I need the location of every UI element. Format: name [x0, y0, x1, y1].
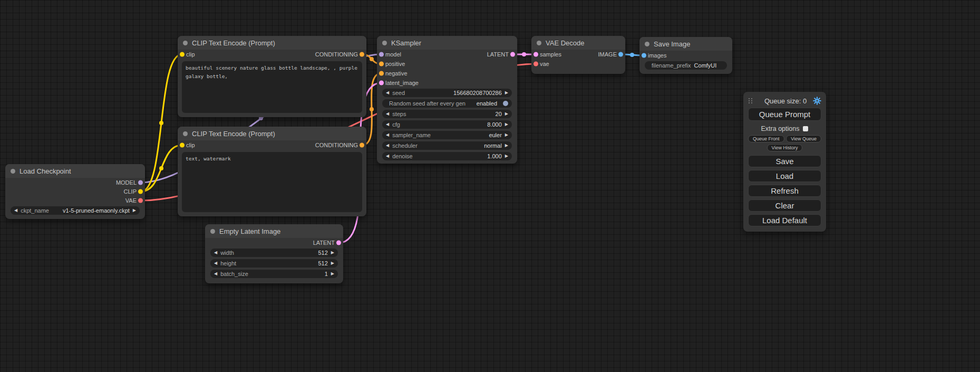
decrement-arrow-icon[interactable]: ◀ — [214, 261, 217, 265]
widget-value: 1.000 — [416, 153, 502, 159]
widget-filename-prefix[interactable]: filename_prefix ComfyUI — [645, 61, 727, 70]
model-input-socket[interactable] — [379, 52, 384, 57]
extra-options-checkbox[interactable] — [803, 126, 808, 131]
latent-output-socket[interactable] — [336, 241, 341, 245]
node-ksampler[interactable]: KSampler model LATENT positive negative … — [377, 36, 517, 164]
node-titlebar[interactable]: Empty Latent Image — [205, 224, 343, 238]
decrement-arrow-icon[interactable]: ◀ — [214, 272, 217, 276]
collapse-dot-icon[interactable] — [11, 169, 15, 174]
decrement-arrow-icon[interactable]: ◀ — [214, 251, 217, 255]
clear-button[interactable]: Clear — [748, 199, 821, 212]
queue-front-button[interactable]: Queue Front — [748, 135, 784, 142]
settings-gear-icon[interactable] — [813, 97, 821, 105]
node-titlebar[interactable]: Save Image — [639, 37, 732, 51]
toggle-knob[interactable] — [503, 101, 508, 106]
increment-arrow-icon[interactable]: ▶ — [505, 112, 508, 116]
queue-size-label: Queue size: 0 — [758, 97, 813, 105]
increment-arrow-icon[interactable]: ▶ — [505, 122, 508, 127]
increment-arrow-icon[interactable]: ▶ — [133, 208, 136, 213]
queue-prompt-button[interactable]: Queue Prompt — [748, 108, 821, 121]
widget-value: 512 — [237, 250, 328, 256]
widget-seed[interactable]: ◀ seed 156680208700286 ▶ — [382, 89, 512, 97]
node-clip-text-encode-negative[interactable]: CLIP Text Encode (Prompt) clip CONDITION… — [178, 127, 366, 216]
increment-arrow-icon[interactable]: ▶ — [505, 154, 508, 158]
input-row-positive: positive — [377, 59, 517, 69]
widget-label: ckpt_name — [21, 207, 49, 214]
node-load-checkpoint[interactable]: Load Checkpoint MODEL CLIP VAE ◀ ckpt_na… — [5, 164, 145, 219]
increment-arrow-icon[interactable]: ▶ — [505, 133, 508, 137]
widget-label: Random seed after every gen — [389, 100, 465, 107]
node-clip-text-encode-positive[interactable]: CLIP Text Encode (Prompt) clip CONDITION… — [178, 36, 366, 117]
widget-denoise[interactable]: ◀ denoise 1.000 ▶ — [382, 152, 512, 160]
widget-scheduler[interactable]: ◀ scheduler normal ▶ — [382, 141, 512, 150]
input-label: clip — [186, 51, 195, 58]
io-row-model-latent: model LATENT — [377, 50, 517, 59]
increment-arrow-icon[interactable]: ▶ — [505, 144, 508, 148]
model-output-socket[interactable] — [138, 180, 143, 185]
clip-input-socket[interactable] — [180, 143, 185, 148]
decrement-arrow-icon[interactable]: ◀ — [386, 122, 389, 127]
increment-arrow-icon[interactable]: ▶ — [331, 261, 334, 265]
increment-arrow-icon[interactable]: ▶ — [331, 272, 334, 276]
node-titlebar[interactable]: CLIP Text Encode (Prompt) — [178, 36, 366, 50]
negative-prompt-textarea[interactable]: text, watermark — [182, 152, 362, 212]
node-graph-canvas[interactable]: Load Checkpoint MODEL CLIP VAE ◀ ckpt_na… — [0, 0, 980, 372]
input-label: images — [648, 52, 666, 59]
clip-output-socket[interactable] — [138, 189, 143, 194]
save-button[interactable]: Save — [748, 155, 821, 167]
node-save-image[interactable]: Save Image images filename_prefix ComfyU… — [639, 37, 732, 74]
output-label: LATENT — [313, 240, 335, 246]
widget-sampler-name[interactable]: ◀ sampler_name euler ▶ — [382, 131, 512, 139]
load-button[interactable]: Load — [748, 170, 821, 182]
decrement-arrow-icon[interactable]: ◀ — [386, 112, 389, 116]
widget-random-seed-toggle[interactable]: Random seed after every gen enabled — [382, 99, 512, 108]
collapse-dot-icon[interactable] — [382, 41, 387, 45]
increment-arrow-icon[interactable]: ▶ — [505, 91, 508, 95]
widget-cfg[interactable]: ◀ cfg 8.000 ▶ — [382, 120, 512, 129]
image-output-socket[interactable] — [618, 52, 623, 57]
negative-input-socket[interactable] — [379, 71, 384, 76]
widget-ckpt-name[interactable]: ◀ ckpt_name v1-5-pruned-emaonly.ckpt ▶ — [11, 206, 140, 215]
vae-input-socket[interactable] — [533, 62, 538, 66]
node-title: Load Checkpoint — [20, 167, 71, 175]
collapse-dot-icon[interactable] — [210, 229, 215, 234]
widget-steps[interactable]: ◀ steps 20 ▶ — [382, 110, 512, 118]
widget-value: 1 — [251, 271, 328, 277]
images-input-socket[interactable] — [642, 53, 646, 58]
collapse-dot-icon[interactable] — [183, 41, 188, 45]
load-default-button[interactable]: Load Default — [748, 214, 821, 226]
latent-image-input-socket[interactable] — [379, 81, 384, 85]
node-empty-latent-image[interactable]: Empty Latent Image LATENT ◀ width 512 ▶ … — [205, 224, 343, 283]
decrement-arrow-icon[interactable]: ◀ — [386, 154, 389, 158]
collapse-dot-icon[interactable] — [645, 42, 649, 46]
decrement-arrow-icon[interactable]: ◀ — [14, 208, 17, 213]
clip-input-socket[interactable] — [180, 52, 185, 57]
widget-batch-size[interactable]: ◀ batch_size 1 ▶ — [210, 270, 338, 278]
widget-value: 20 — [409, 111, 501, 117]
view-history-button[interactable]: View History — [767, 144, 803, 151]
node-titlebar[interactable]: VAE Decode — [531, 36, 625, 50]
refresh-button[interactable]: Refresh — [748, 185, 821, 197]
node-titlebar[interactable]: Load Checkpoint — [5, 164, 145, 178]
vae-output-socket[interactable] — [138, 198, 143, 203]
node-titlebar[interactable]: KSampler — [377, 36, 517, 50]
positive-prompt-textarea[interactable]: beautiful scenery nature glass bottle la… — [182, 61, 362, 113]
samples-input-socket[interactable] — [533, 52, 538, 57]
view-queue-button[interactable]: View Queue — [786, 135, 821, 142]
decrement-arrow-icon[interactable]: ◀ — [386, 91, 389, 95]
latent-output-socket[interactable] — [510, 52, 515, 57]
conditioning-output-socket[interactable] — [360, 143, 364, 148]
conditioning-output-socket[interactable] — [360, 52, 364, 57]
increment-arrow-icon[interactable]: ▶ — [331, 251, 334, 255]
node-title: CLIP Text Encode (Prompt) — [192, 130, 275, 138]
collapse-dot-icon[interactable] — [537, 41, 541, 45]
node-titlebar[interactable]: CLIP Text Encode (Prompt) — [178, 127, 366, 140]
widget-height[interactable]: ◀ height 512 ▶ — [210, 259, 338, 268]
collapse-dot-icon[interactable] — [183, 131, 188, 136]
decrement-arrow-icon[interactable]: ◀ — [386, 133, 389, 137]
positive-input-socket[interactable] — [379, 62, 384, 66]
node-vae-decode[interactable]: VAE Decode samples IMAGE vae — [531, 36, 625, 74]
decrement-arrow-icon[interactable]: ◀ — [386, 144, 389, 148]
drag-handle-icon[interactable] — [748, 98, 754, 104]
widget-width[interactable]: ◀ width 512 ▶ — [210, 249, 338, 257]
